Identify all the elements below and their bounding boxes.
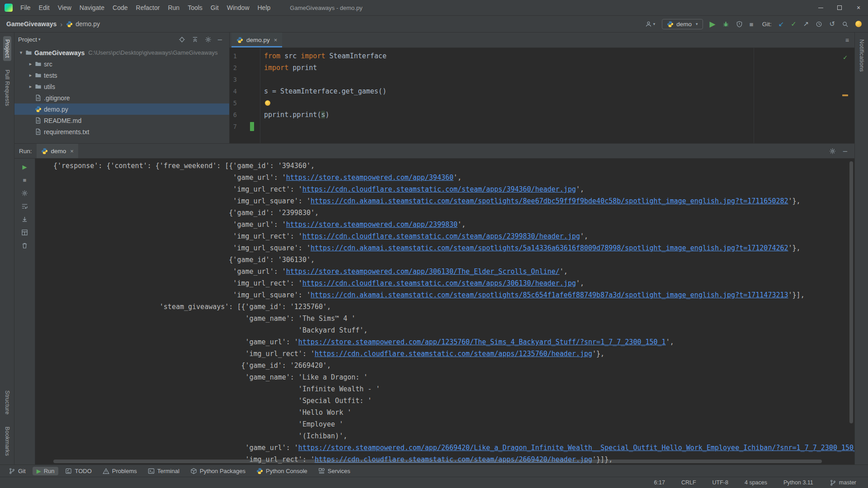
history-button[interactable] — [816, 21, 822, 28]
close-tab-icon[interactable]: × — [70, 148, 74, 155]
console-link[interactable]: https://cdn.akamai.steamstatic.com/steam… — [311, 291, 788, 299]
status-4-spaces[interactable]: 4 spaces — [745, 479, 767, 486]
hide-panel-icon[interactable]: ─ — [218, 36, 222, 43]
minimize-button[interactable] — [811, 0, 830, 15]
toolwindow-button-python-packages[interactable]: Python Packages — [186, 467, 250, 475]
menu-view[interactable]: View — [54, 0, 75, 15]
console-pane[interactable]: {'response': {'content': {'free_weekend'… — [35, 159, 854, 465]
chevron-right-icon[interactable]: ▸ — [27, 61, 34, 67]
toolwindow-stripe-notifications[interactable]: Notifications — [858, 36, 866, 75]
maximize-button[interactable] — [830, 0, 849, 15]
status-python-3-11[interactable]: Python 3.11 — [783, 479, 813, 486]
inspections-ok-icon[interactable]: ✓ — [843, 52, 847, 63]
settings-button[interactable] — [21, 189, 28, 197]
editor-tab-demo-py[interactable]: demo.py × — [231, 33, 282, 47]
menu-navigate[interactable]: Navigate — [75, 0, 108, 15]
chevron-down-icon[interactable]: ▾ — [38, 37, 41, 42]
close-button[interactable]: × — [849, 0, 868, 15]
menu-git[interactable]: Git — [207, 0, 223, 15]
tab-options-icon[interactable]: ≡ — [845, 37, 849, 44]
toolwindow-stripe-bookmarks[interactable]: Bookmarks — [3, 423, 11, 459]
status-master[interactable]: master — [830, 479, 856, 486]
menu-help[interactable]: Help — [254, 0, 275, 15]
toolwindow-stripe-structure[interactable]: Structure — [3, 387, 11, 418]
close-tab-icon[interactable]: × — [274, 37, 278, 43]
horizontal-scrollbar[interactable] — [53, 460, 822, 463]
console-line: 'img_url_square': 'https://cdn.akamai.st… — [53, 195, 854, 207]
grid-button[interactable] — [21, 229, 28, 236]
vertical-scrollbar[interactable] — [849, 161, 853, 423]
code-with-me-button[interactable]: ▾ — [645, 21, 656, 28]
chevron-right-icon[interactable]: ▸ — [27, 84, 34, 89]
toolwindow-button-run[interactable]: ▶Run — [33, 467, 59, 475]
project-item-readme-md[interactable]: README.md — [14, 115, 229, 126]
console-link[interactable]: https://cdn.akamai.steamstatic.com/steam… — [311, 244, 788, 252]
scroll-end-button[interactable] — [21, 216, 28, 223]
rerun-button[interactable]: ▶ — [21, 163, 28, 170]
console-link[interactable]: https://cdn.cloudflare.steamstatic.com/s… — [302, 185, 576, 193]
toolwindow-button-git[interactable]: Git — [5, 467, 30, 475]
push-button[interactable]: ↗ — [803, 20, 809, 28]
project-panel-title[interactable]: Project — [18, 36, 37, 43]
commit-button[interactable]: ✓ — [791, 20, 797, 28]
menu-run[interactable]: Run — [164, 0, 184, 15]
toolwindow-stripe-project[interactable]: Project — [3, 36, 11, 61]
toolwindow-button-services[interactable]: Services — [314, 467, 354, 475]
search-everywhere-button[interactable] — [842, 21, 849, 28]
status-crlf[interactable]: CRLF — [681, 479, 696, 486]
toolwindow-button-problems[interactable]: Problems — [99, 467, 141, 475]
collapse-all-icon[interactable] — [192, 36, 198, 43]
menu-edit[interactable]: Edit — [35, 0, 54, 15]
menu-refactor[interactable]: Refactor — [132, 0, 164, 15]
status-utf-8[interactable]: UTF-8 — [712, 479, 728, 486]
project-item-requirements-txt[interactable]: requirements.txt — [14, 126, 229, 137]
console-link[interactable]: https://store.steampowered.com/app/23998… — [286, 221, 458, 229]
toolwindow-button-todo[interactable]: TODO — [61, 467, 95, 475]
editor-pane[interactable]: 1from src import SteamInterface2import p… — [230, 48, 854, 143]
settings-gear-icon[interactable] — [829, 148, 836, 155]
soft-wrap-button[interactable] — [21, 202, 28, 210]
project-item-src[interactable]: ▸src — [14, 58, 229, 70]
coverage-button[interactable] — [736, 21, 743, 28]
project-item-tests[interactable]: ▸tests — [14, 70, 229, 81]
settings-gear-icon[interactable] — [205, 36, 212, 43]
locate-file-icon[interactable] — [179, 36, 185, 43]
console-link[interactable]: https://store.steampowered.com/app/30613… — [286, 267, 560, 276]
status-6-17[interactable]: 6:17 — [654, 479, 665, 486]
console-link[interactable]: https://store.steampowered.com/app/39436… — [286, 174, 453, 182]
run-configuration-select[interactable]: demo ▾ — [662, 19, 703, 29]
chevron-right-icon[interactable]: ▸ — [27, 72, 34, 78]
console-link[interactable]: https://cdn.cloudflare.steamstatic.com/s… — [302, 232, 580, 240]
intention-bulb-icon[interactable] — [265, 100, 270, 106]
project-root-row[interactable]: ▾ GameGiveaways C:\Users\pc\Desktop\give… — [14, 47, 229, 58]
breadcrumb-file[interactable]: demo.py — [75, 20, 100, 28]
menu-file[interactable]: File — [16, 0, 35, 15]
toolwindow-button-python-console[interactable]: Python Console — [252, 467, 311, 475]
menu-code[interactable]: Code — [108, 0, 132, 15]
rollback-button[interactable]: ↺ — [829, 20, 835, 28]
stop-button[interactable]: ■ — [21, 176, 28, 183]
breadcrumb-project[interactable]: GameGiveaways — [6, 20, 57, 28]
menu-tools[interactable]: Tools — [184, 0, 207, 15]
debug-button[interactable] — [722, 21, 729, 28]
notifications-indicator-icon[interactable] — [855, 21, 862, 27]
console-link[interactable]: https://cdn.cloudflare.steamstatic.com/s… — [302, 279, 576, 287]
project-item-demo-py[interactable]: demo.py — [14, 103, 229, 115]
hide-panel-icon[interactable]: ─ — [843, 148, 847, 155]
run-tab-demo[interactable]: demo × — [37, 144, 78, 158]
toolwindow-button-terminal[interactable]: Terminal — [144, 467, 184, 475]
console-link[interactable]: https://cdn.akamai.steamstatic.com/steam… — [311, 197, 788, 205]
project-item-gitignore[interactable]: .gitignore — [14, 92, 229, 103]
stop-button[interactable]: ■ — [750, 20, 754, 28]
console-line: 'img_url_rect': 'https://cdn.cloudflare.… — [53, 348, 854, 360]
console-link[interactable]: https://cdn.cloudflare.steamstatic.com/s… — [315, 350, 592, 358]
menu-window[interactable]: Window — [223, 0, 254, 15]
trash-button[interactable] — [21, 242, 28, 249]
console-link[interactable]: https://store.steampowered.com/app/26694… — [298, 444, 854, 452]
project-item-utils[interactable]: ▸utils — [14, 81, 229, 92]
toolwindow-stripe-pull-requests[interactable]: Pull Requests — [3, 66, 11, 109]
chevron-down-icon[interactable]: ▾ — [17, 50, 25, 56]
update-project-button[interactable]: ↙ — [778, 20, 784, 28]
console-link[interactable]: https://store.steampowered.com/app/12357… — [298, 338, 666, 346]
run-button[interactable]: ▶ — [710, 19, 716, 29]
